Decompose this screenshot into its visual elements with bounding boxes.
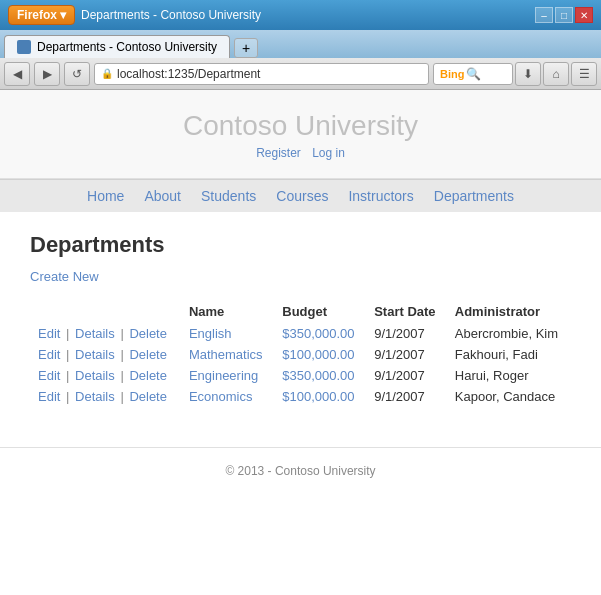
search-bar[interactable]: Bing 🔍 xyxy=(433,63,513,85)
page: Contoso University Register Log in Home … xyxy=(0,90,601,595)
nav-bar: ◀ ▶ ↺ 🔒 localhost:1235/Department Bing 🔍… xyxy=(0,58,601,90)
close-button[interactable]: ✕ xyxy=(575,7,593,23)
dept-start-date: 9/1/2007 xyxy=(366,323,447,344)
table-header: Name Budget Start Date Administrator xyxy=(30,300,571,323)
dept-admin: Fakhouri, Fadi xyxy=(447,344,571,365)
action-separator: | xyxy=(62,389,73,404)
tab-bar: Departments - Contoso University + xyxy=(0,30,601,58)
table-row: Edit | Details | DeleteMathematics$100,0… xyxy=(30,344,571,365)
menu-button[interactable]: ☰ xyxy=(571,62,597,86)
action-edit-2[interactable]: Edit xyxy=(38,368,60,383)
row-actions: Edit | Details | Delete xyxy=(30,365,181,386)
register-link[interactable]: Register xyxy=(256,146,301,160)
forward-button[interactable]: ▶ xyxy=(34,62,60,86)
dept-name: Economics xyxy=(181,386,274,407)
nav-instructors[interactable]: Instructors xyxy=(348,188,413,204)
dept-name: Mathematics xyxy=(181,344,274,365)
site-title: Contoso University xyxy=(0,110,601,142)
col-actions xyxy=(30,300,181,323)
downloads-button[interactable]: ⬇ xyxy=(515,62,541,86)
action-details-0[interactable]: Details xyxy=(75,326,115,341)
home-button[interactable]: ⌂ xyxy=(543,62,569,86)
tab-favicon xyxy=(17,40,31,54)
action-edit-1[interactable]: Edit xyxy=(38,347,60,362)
auth-links: Register Log in xyxy=(0,146,601,160)
nav-departments[interactable]: Departments xyxy=(434,188,514,204)
action-delete-0[interactable]: Delete xyxy=(129,326,167,341)
col-name: Name xyxy=(181,300,274,323)
dept-admin: Kapoor, Candace xyxy=(447,386,571,407)
tab-title: Departments - Contoso University xyxy=(81,8,261,22)
row-actions: Edit | Details | Delete xyxy=(30,386,181,407)
page-header: Contoso University Register Log in xyxy=(0,90,601,179)
nav-home[interactable]: Home xyxy=(87,188,124,204)
dept-admin: Abercrombie, Kim xyxy=(447,323,571,344)
main-content: Departments Create New Name Budget Start… xyxy=(0,212,601,427)
main-nav: Home About Students Courses Instructors … xyxy=(0,179,601,212)
back-button[interactable]: ◀ xyxy=(4,62,30,86)
firefox-arrow: ▾ xyxy=(60,8,66,22)
firefox-button[interactable]: Firefox ▾ xyxy=(8,5,75,25)
action-separator: | xyxy=(117,389,128,404)
table-row: Edit | Details | DeleteEconomics$100,000… xyxy=(30,386,571,407)
dept-name: English xyxy=(181,323,274,344)
dept-admin: Harui, Roger xyxy=(447,365,571,386)
url-text: localhost:1235/Department xyxy=(117,67,260,81)
search-icon: 🔍 xyxy=(466,67,481,81)
title-bar-left: Firefox ▾ Departments - Contoso Universi… xyxy=(8,5,261,25)
action-edit-3[interactable]: Edit xyxy=(38,389,60,404)
active-tab[interactable]: Departments - Contoso University xyxy=(4,35,230,58)
login-link[interactable]: Log in xyxy=(312,146,345,160)
dept-start-date: 9/1/2007 xyxy=(366,365,447,386)
maximize-button[interactable]: □ xyxy=(555,7,573,23)
action-separator: | xyxy=(62,347,73,362)
minimize-button[interactable]: – xyxy=(535,7,553,23)
row-actions: Edit | Details | Delete xyxy=(30,323,181,344)
create-new-link[interactable]: Create New xyxy=(30,269,99,284)
action-details-2[interactable]: Details xyxy=(75,368,115,383)
action-separator: | xyxy=(117,347,128,362)
table-row: Edit | Details | DeleteEngineering$350,0… xyxy=(30,365,571,386)
table-row: Edit | Details | DeleteEnglish$350,000.0… xyxy=(30,323,571,344)
new-tab-button[interactable]: + xyxy=(234,38,258,58)
dept-budget: $350,000.00 xyxy=(274,323,366,344)
page-footer: © 2013 - Contoso University xyxy=(0,447,601,494)
dept-name: Engineering xyxy=(181,365,274,386)
action-details-1[interactable]: Details xyxy=(75,347,115,362)
action-edit-0[interactable]: Edit xyxy=(38,326,60,341)
refresh-button[interactable]: ↺ xyxy=(64,62,90,86)
action-separator: | xyxy=(117,326,128,341)
nav-right-controls: Bing 🔍 ⬇ ⌂ ☰ xyxy=(433,62,597,86)
departments-table: Name Budget Start Date Administrator Edi… xyxy=(30,300,571,407)
table-body: Edit | Details | DeleteEnglish$350,000.0… xyxy=(30,323,571,407)
url-lock-icon: 🔒 xyxy=(101,68,113,79)
action-separator: | xyxy=(62,326,73,341)
browser-content: Contoso University Register Log in Home … xyxy=(0,90,601,595)
url-bar[interactable]: 🔒 localhost:1235/Department xyxy=(94,63,429,85)
window-controls: – □ ✕ xyxy=(535,7,593,23)
nav-students[interactable]: Students xyxy=(201,188,256,204)
action-delete-1[interactable]: Delete xyxy=(129,347,167,362)
action-delete-3[interactable]: Delete xyxy=(129,389,167,404)
dept-budget: $100,000.00 xyxy=(274,344,366,365)
dept-budget: $100,000.00 xyxy=(274,386,366,407)
col-start-date: Start Date xyxy=(366,300,447,323)
table-header-row: Name Budget Start Date Administrator xyxy=(30,300,571,323)
dept-start-date: 9/1/2007 xyxy=(366,386,447,407)
dept-start-date: 9/1/2007 xyxy=(366,344,447,365)
action-details-3[interactable]: Details xyxy=(75,389,115,404)
footer-text: © 2013 - Contoso University xyxy=(225,464,375,478)
action-separator: | xyxy=(62,368,73,383)
nav-courses[interactable]: Courses xyxy=(276,188,328,204)
action-delete-2[interactable]: Delete xyxy=(129,368,167,383)
dept-budget: $350,000.00 xyxy=(274,365,366,386)
tab-label: Departments - Contoso University xyxy=(37,40,217,54)
bing-logo: Bing xyxy=(440,68,464,80)
page-heading: Departments xyxy=(30,232,571,258)
nav-about[interactable]: About xyxy=(144,188,181,204)
col-budget: Budget xyxy=(274,300,366,323)
action-separator: | xyxy=(117,368,128,383)
title-bar: Firefox ▾ Departments - Contoso Universi… xyxy=(0,0,601,30)
firefox-label: Firefox xyxy=(17,8,57,22)
row-actions: Edit | Details | Delete xyxy=(30,344,181,365)
